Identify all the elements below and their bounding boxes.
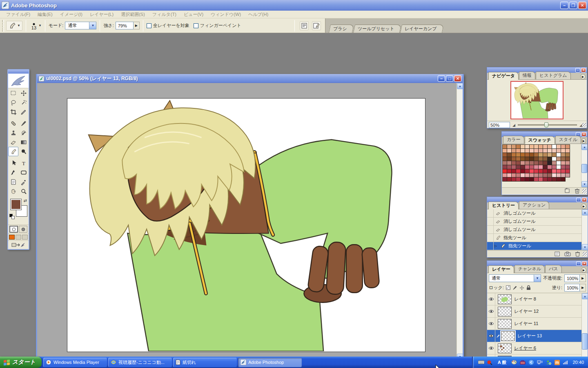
palette-menu-icon[interactable]: ▶ — [581, 204, 586, 209]
scroll-down-icon[interactable]: ▼ — [582, 244, 588, 250]
minimize-button[interactable]: – — [560, 2, 568, 9]
messenger-icon[interactable] — [545, 359, 552, 366]
resize-grip[interactable] — [582, 123, 586, 128]
visibility-toggle[interactable] — [487, 330, 495, 342]
restore-button[interactable]: ❐ — [569, 2, 577, 9]
resize-grip[interactable] — [582, 189, 587, 193]
quick-mask-button[interactable] — [19, 226, 27, 233]
trash-icon[interactable] — [575, 251, 580, 257]
lock-all-icon[interactable] — [526, 285, 531, 290]
fullscreen-button[interactable] — [22, 235, 28, 240]
foreground-color-swatch[interactable] — [11, 199, 21, 210]
hand-tool[interactable] — [8, 186, 18, 196]
tab-navigator[interactable]: ナビゲータ — [488, 72, 519, 80]
document-titlebar[interactable]: ul0002.psd @ 50% (レイヤー 13, RGB/8) – □ ✕ — [37, 74, 463, 83]
history-step[interactable]: 消しゴムツール — [487, 218, 581, 226]
visibility-toggle[interactable] — [487, 305, 495, 318]
task-wmp[interactable]: Windows Media Player — [43, 358, 107, 367]
lock-transparency-icon[interactable] — [506, 285, 510, 290]
history-scrollbar[interactable]: ▲ ▼ — [581, 209, 588, 250]
layer-row-selected[interactable]: レイヤー 13 — [487, 330, 581, 342]
gradient-tool[interactable] — [18, 137, 29, 147]
trash-icon[interactable] — [575, 188, 580, 194]
zoom-slider-thumb[interactable] — [544, 122, 548, 128]
strength-field[interactable]: 79% ▶ — [116, 22, 140, 29]
new-document-from-state-icon[interactable] — [554, 251, 560, 256]
layer-thumbnail[interactable] — [498, 307, 512, 316]
file-browser-button[interactable] — [300, 21, 309, 30]
history-step[interactable]: 消しゴムツール — [487, 209, 581, 218]
signal-icon[interactable] — [562, 359, 569, 366]
menu-image[interactable]: イメージ(I) — [56, 11, 86, 18]
clone-stamp-tool[interactable] — [8, 128, 18, 137]
zoom-slider[interactable] — [518, 124, 577, 126]
lasso-tool[interactable] — [8, 98, 18, 107]
collapse-arrow-icon[interactable] — [528, 359, 535, 366]
minimize-icon[interactable]: – — [576, 261, 581, 266]
menu-edit[interactable]: 編集(E) — [34, 11, 56, 18]
tab-color[interactable]: カラー — [503, 136, 524, 144]
palette-menu-icon[interactable]: ▶ — [581, 267, 586, 273]
resize-grip[interactable] — [583, 252, 587, 256]
tab-styles[interactable]: スタイル — [555, 136, 581, 144]
brushes-palette-button[interactable] — [312, 21, 321, 30]
m-app-icon[interactable]: m — [554, 359, 560, 366]
tab-brushes[interactable]: ブラシ — [329, 25, 354, 33]
layer-blend-mode-select[interactable]: 通常 ▼ — [489, 274, 541, 282]
zoom-tool[interactable] — [18, 186, 29, 196]
toolbox-icon[interactable] — [519, 359, 526, 366]
task-photoshop[interactable]: Adobe Photoshop — [238, 358, 302, 367]
swatches-scrollbar[interactable]: ▲ ▼ — [581, 144, 587, 187]
options-grip[interactable] — [2, 20, 4, 31]
blend-mode-select[interactable]: 通常 ▼ — [65, 22, 96, 29]
lock-position-icon[interactable] — [519, 285, 524, 290]
scroll-up-icon[interactable]: ▲ — [582, 293, 588, 299]
history-source-well[interactable] — [487, 242, 494, 250]
canvas[interactable] — [67, 98, 425, 352]
layer-thumbnail[interactable] — [501, 331, 515, 341]
new-swatch-icon[interactable] — [564, 188, 570, 193]
close-icon[interactable]: ✕ — [582, 261, 587, 266]
ime-palette-icon[interactable] — [511, 359, 517, 366]
tab-layer-comps[interactable]: レイヤーカンプ — [400, 25, 444, 33]
lock-paint-icon[interactable] — [512, 285, 517, 290]
scrollbar-thumb[interactable] — [582, 333, 588, 350]
scroll-up-icon[interactable]: ▲ — [581, 144, 588, 150]
history-step-current[interactable]: ▷ 指先ツール — [487, 242, 581, 250]
close-icon[interactable]: ✕ — [582, 197, 587, 202]
minimize-icon[interactable]: – — [575, 68, 580, 72]
navigator-view-box[interactable] — [510, 81, 564, 119]
trackball-icon[interactable] — [486, 359, 493, 366]
palette-menu-icon[interactable]: ▶ — [581, 138, 586, 144]
tab-channels[interactable]: チャンネル — [514, 265, 545, 273]
network-icon[interactable] — [537, 359, 543, 366]
magic-wand-tool[interactable] — [18, 98, 29, 107]
scroll-up-icon[interactable]: ▲ — [457, 83, 463, 89]
ime-mode-indicator[interactable]: A 般 — [495, 359, 509, 366]
brush-tool[interactable] — [18, 119, 29, 128]
tab-paths[interactable]: パス — [545, 265, 562, 273]
shape-tool[interactable] — [18, 168, 29, 177]
standard-mode-button[interactable] — [9, 226, 18, 233]
tab-swatches[interactable]: スウォッチ — [525, 136, 555, 144]
history-source-well[interactable] — [487, 234, 494, 242]
smudge-tool[interactable] — [8, 147, 18, 156]
menu-file[interactable]: ファイル(F) — [2, 11, 34, 18]
tab-tool-presets[interactable]: ツールプリセット — [353, 25, 401, 33]
toolbox-grip[interactable] — [8, 70, 29, 74]
visibility-toggle[interactable] — [487, 293, 495, 305]
doc-maximize-button[interactable]: □ — [446, 75, 453, 82]
camera-icon[interactable] — [564, 251, 571, 256]
start-button[interactable]: スタート — [0, 357, 42, 368]
layer-row[interactable]: レイヤー 11 — [487, 318, 581, 330]
layer-row[interactable]: レイヤー 12 — [487, 305, 581, 318]
scroll-down-icon[interactable]: ▼ — [581, 181, 588, 187]
menu-filter[interactable]: フィルタ(T) — [149, 11, 180, 18]
menu-layer[interactable]: レイヤー(L) — [86, 11, 117, 18]
fullscreen-menubar-button[interactable] — [16, 235, 21, 240]
chevron-down-icon[interactable]: ▼ — [89, 22, 96, 29]
chevron-down-icon[interactable]: ▼ — [38, 24, 42, 27]
layers-scrollbar[interactable]: ▲ ▼ — [581, 293, 588, 367]
dodge-tool[interactable] — [18, 147, 29, 156]
finger-painting-checkbox[interactable]: フィンガーペイント — [194, 22, 241, 29]
